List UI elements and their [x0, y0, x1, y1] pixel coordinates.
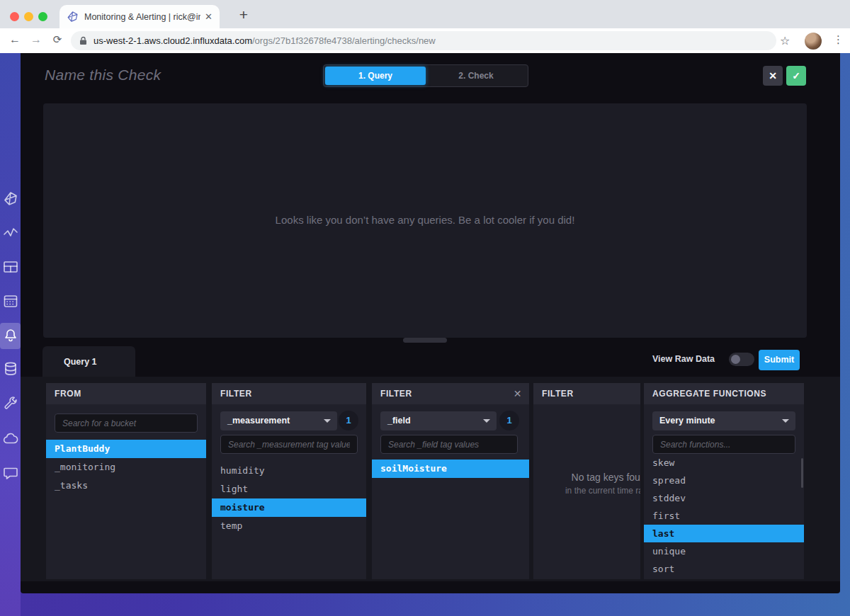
function-list: skewspreadstddevfirstlastuniquesort	[644, 457, 804, 579]
check-name-title[interactable]: Name this Check	[45, 67, 161, 84]
measurement-search-input[interactable]	[220, 435, 358, 454]
function-item[interactable]: sort	[644, 560, 804, 578]
filter-panel-header: FILTER	[212, 383, 366, 404]
cancel-check-button[interactable]: ✕	[763, 66, 783, 86]
toggle-knob	[731, 355, 740, 364]
filter-measurement-panel: FILTER _measurement 1 humiditylightmoist…	[212, 383, 366, 579]
data-explorer-icon[interactable]	[2, 224, 19, 241]
chevron-down-icon	[324, 419, 331, 423]
panel-resize-handle[interactable]	[403, 338, 447, 343]
measurement-list: humiditylightmoisturetemp	[212, 462, 366, 535]
chevron-down-icon	[483, 419, 490, 423]
lock-icon	[79, 36, 87, 45]
step-tab-group: 1. Query 2. Check	[323, 64, 528, 87]
function-item-selected[interactable]: last	[644, 525, 804, 542]
function-list-scrollbar[interactable]	[801, 458, 803, 488]
new-tab-button[interactable]: +	[234, 6, 254, 25]
from-panel: FROM PlantBuddy_monitoring_tasks	[46, 383, 206, 579]
tab-close-icon[interactable]: ✕	[205, 11, 212, 22]
functions-search-input[interactable]	[652, 435, 795, 454]
field-search-input[interactable]	[380, 435, 518, 454]
url-path: /orgs/27b1f32678fe4738/alerting/checks/n…	[252, 35, 436, 46]
view-raw-data-toggle[interactable]	[729, 353, 754, 366]
profile-avatar[interactable]	[805, 33, 822, 50]
tab-query[interactable]: 1. Query	[325, 67, 426, 85]
empty-query-message: Looks like you don’t have any queries. B…	[43, 214, 807, 226]
remove-filter-icon[interactable]: ✕	[514, 383, 522, 404]
aggregate-panel-header: AGGREGATE FUNCTIONS	[644, 383, 804, 404]
url-row: ← → ⟳ us-west-2-1.aws.cloud2.influxdata.…	[0, 28, 850, 53]
tab-title: Monitoring & Alerting | rick@in	[84, 12, 200, 22]
cloud-usage-icon[interactable]	[2, 430, 19, 447]
from-panel-header: FROM	[46, 383, 206, 404]
bookmark-star-icon[interactable]: ☆	[780, 34, 790, 47]
tab-check[interactable]: 2. Check	[426, 67, 526, 85]
aggregate-functions-panel: AGGREGATE FUNCTIONS Every minute skewspr…	[644, 383, 804, 579]
submit-button[interactable]: Submit	[759, 350, 800, 370]
chevron-down-icon	[782, 419, 789, 423]
function-item[interactable]: skew	[644, 457, 804, 472]
query-tab[interactable]: Query 1	[42, 346, 135, 377]
save-check-button[interactable]: ✓	[786, 66, 806, 86]
dashboards-icon[interactable]	[2, 258, 19, 275]
app-background: Name this Check 1. Query 2. Check ✕ ✓ Lo…	[0, 53, 850, 616]
feedback-chat-icon[interactable]	[2, 464, 19, 481]
browser-tab[interactable]: Monitoring & Alerting | rick@in ✕	[60, 5, 220, 28]
tag-key-dropdown[interactable]: _field	[380, 411, 497, 430]
query-builder: FROM PlantBuddy_monitoring_tasks FILTER …	[21, 377, 840, 581]
filter-field-panel: FILTER ✕ _field 1 soilMoisture	[372, 383, 529, 579]
minimize-window-button[interactable]	[24, 12, 33, 21]
tag-key-dropdown[interactable]: _measurement	[220, 411, 337, 430]
query-visualization-panel: Looks like you don’t have any queries. B…	[43, 103, 807, 338]
window-period-dropdown[interactable]: Every minute	[652, 411, 795, 430]
settings-wrench-icon[interactable]	[2, 395, 19, 412]
influxdb-favicon-icon	[67, 11, 79, 23]
no-tag-keys-message: No tag keys found in the current time ra…	[533, 472, 640, 496]
bucket-item[interactable]: _monitoring	[46, 458, 206, 477]
function-item[interactable]: unique	[644, 542, 804, 560]
forward-icon[interactable]: →	[28, 33, 44, 46]
tag-value-item-selected[interactable]: soilMoisture	[372, 460, 529, 478]
browser-menu-icon[interactable]: ⋮	[833, 33, 844, 46]
check-editor-overlay: Name this Check 1. Query 2. Check ✕ ✓ Lo…	[21, 53, 840, 593]
function-item[interactable]: stddev	[644, 489, 804, 507]
tag-value-item[interactable]: light	[212, 480, 366, 498]
influxdb-logo-icon[interactable]	[2, 190, 19, 207]
maximize-window-button[interactable]	[38, 12, 47, 21]
tag-value-item[interactable]: humidity	[212, 462, 366, 480]
view-raw-data-label: View Raw Data	[652, 354, 715, 364]
bucket-item[interactable]: _tasks	[46, 477, 206, 495]
tab-strip: Monitoring & Alerting | rick@in ✕ +	[0, 0, 850, 28]
filter-panel-header: FILTER	[533, 383, 640, 404]
bucket-list: PlantBuddy_monitoring_tasks	[46, 440, 206, 495]
load-data-database-icon[interactable]	[2, 360, 19, 377]
field-list: soilMoisture	[372, 460, 529, 478]
close-window-button[interactable]	[10, 12, 19, 21]
tasks-calendar-icon[interactable]	[2, 292, 19, 309]
bucket-item-selected[interactable]: PlantBuddy	[46, 440, 206, 458]
left-nav	[0, 53, 21, 616]
function-item[interactable]: first	[644, 507, 804, 525]
filter-panel-header: FILTER ✕	[372, 383, 529, 404]
back-icon[interactable]: ←	[7, 33, 23, 46]
tag-value-item[interactable]: temp	[212, 517, 366, 535]
selected-count-badge: 1	[339, 411, 358, 430]
reload-icon[interactable]: ⟳	[50, 33, 65, 46]
browser-chrome: Monitoring & Alerting | rick@in ✕ + ← → …	[0, 0, 850, 53]
url-domain: us-west-2-1.aws.cloud2.influxdata.com	[94, 35, 252, 46]
bucket-search-input[interactable]	[55, 413, 198, 433]
filter-empty-panel: FILTER No tag keys found in the current …	[533, 383, 640, 579]
address-bar[interactable]: us-west-2-1.aws.cloud2.influxdata.com/or…	[71, 31, 776, 50]
function-item[interactable]: spread	[644, 472, 804, 489]
alerts-bell-icon[interactable]	[2, 327, 19, 344]
tag-value-item-selected[interactable]: moisture	[212, 498, 366, 517]
selected-count-badge: 1	[499, 411, 519, 430]
